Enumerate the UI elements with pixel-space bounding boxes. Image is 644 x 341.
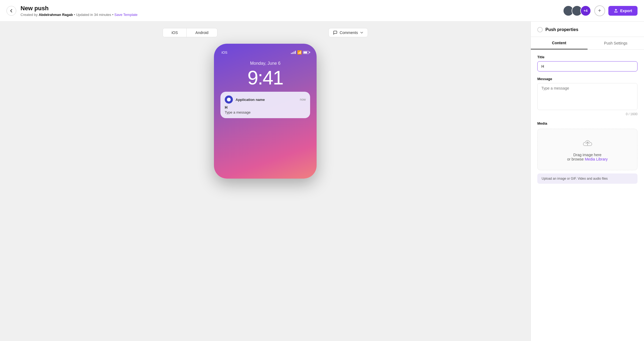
back-button[interactable] xyxy=(6,6,16,16)
export-button[interactable]: Export xyxy=(608,6,638,16)
notification-app-name: Application name xyxy=(236,98,265,102)
header-left: New push Created by Abdelrahman Ragab • … xyxy=(6,5,137,17)
title-input[interactable] xyxy=(537,61,638,71)
save-template-link[interactable]: Save Template xyxy=(114,13,137,17)
author-name: Abdelrahman Ragab xyxy=(39,13,73,17)
phone-mockup: iOS 📶 xyxy=(214,44,317,179)
avatar-count: +4 xyxy=(580,5,591,16)
panel-title: Push properties xyxy=(545,27,578,32)
battery-icon xyxy=(303,51,309,54)
media-section: Media Drag image here or browse Media Li… xyxy=(531,121,644,189)
comments-label: Comments xyxy=(340,30,358,35)
chevron-down-icon xyxy=(360,31,363,34)
phone-platform-label: iOS xyxy=(222,50,227,54)
phone-container: iOS 📶 xyxy=(214,44,317,179)
phone-date: Monday, June 6 xyxy=(219,61,311,66)
add-collaborator-button[interactable]: + xyxy=(594,5,605,16)
status-icons: 📶 xyxy=(291,50,309,54)
tab-ios[interactable]: iOS xyxy=(163,28,186,37)
header-right: +4 + Export xyxy=(563,5,638,16)
wifi-icon: 📶 xyxy=(297,50,302,54)
platform-tab-group: iOS Android xyxy=(163,28,217,37)
notification-title: H xyxy=(225,105,306,110)
app-header: New push Created by Abdelrahman Ragab • … xyxy=(0,0,644,22)
form-section-title: Title Message 0 / 1600 xyxy=(531,50,644,121)
avatar-group: +4 xyxy=(563,5,591,16)
message-field-label: Message xyxy=(537,77,638,81)
signal-bars-icon xyxy=(291,51,296,54)
export-icon xyxy=(614,9,618,13)
app-icon-inner xyxy=(227,98,231,101)
phone-time: 9:41 xyxy=(219,68,311,87)
media-library-link[interactable]: Media Library xyxy=(585,157,608,161)
tab-push-settings[interactable]: Push Settings xyxy=(588,37,644,49)
notification-left: Application name xyxy=(225,96,265,104)
page-title: New push xyxy=(21,5,137,12)
canvas-toolbar: iOS Android Comments xyxy=(163,28,368,37)
panel-tabs: Content Push Settings xyxy=(531,37,644,50)
panel-header: Push properties xyxy=(531,22,644,37)
export-label: Export xyxy=(620,9,632,13)
canvas-area: iOS Android Comments xyxy=(0,22,531,341)
upload-text: Drag image here or browse Media Library xyxy=(546,153,629,161)
phone-status-bar: iOS 📶 xyxy=(219,49,311,57)
notification-card: Application name now H Type a message xyxy=(220,92,310,118)
phone-time-block: Monday, June 6 9:41 xyxy=(219,61,311,87)
notification-message: Type a message xyxy=(225,110,306,114)
updated-text: Updated in 34 minutes xyxy=(76,13,111,17)
media-label: Media xyxy=(537,121,638,125)
tab-android[interactable]: Android xyxy=(187,28,217,37)
subtitle: Created by Abdelrahman Ragab • Updated i… xyxy=(21,13,137,17)
app-icon xyxy=(225,96,233,104)
upload-icon xyxy=(546,138,629,149)
notification-time: now xyxy=(300,98,306,101)
comments-button[interactable]: Comments xyxy=(328,28,368,37)
properties-icon xyxy=(537,27,543,32)
tab-content[interactable]: Content xyxy=(531,37,588,49)
main-layout: iOS Android Comments xyxy=(0,22,644,341)
comment-icon xyxy=(333,30,337,35)
title-field-label: Title xyxy=(537,55,638,59)
message-textarea[interactable] xyxy=(537,83,638,110)
media-upload-area[interactable]: Drag image here or browse Media Library xyxy=(537,129,638,170)
notification-header: Application name now xyxy=(225,96,306,104)
media-note: Upload an image or GIF. Video and audio … xyxy=(537,173,638,184)
right-panel: Push properties Content Push Settings Ti… xyxy=(531,22,644,341)
title-block: New push Created by Abdelrahman Ragab • … xyxy=(21,5,137,17)
char-count: 0 / 1600 xyxy=(537,112,638,116)
created-by-label: Created by xyxy=(21,13,38,17)
